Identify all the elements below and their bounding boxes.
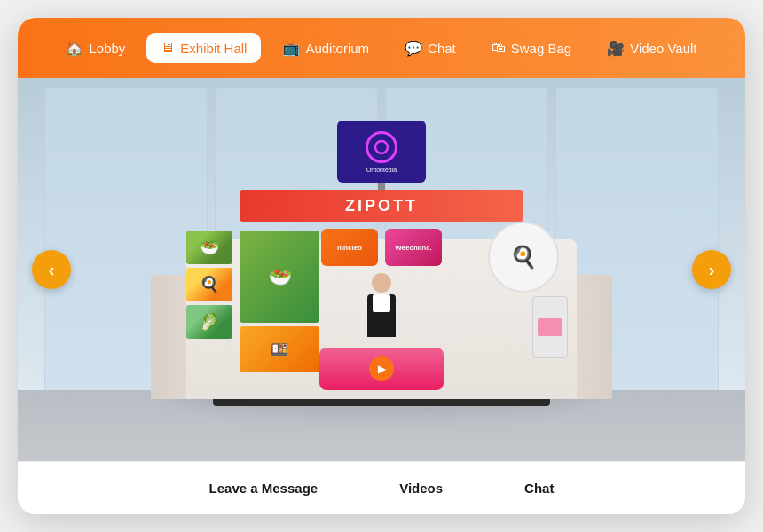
booth-right-side: 🍳 [479, 222, 568, 364]
nav-video-label: Video Vault [630, 41, 696, 56]
svg-point-0 [375, 141, 388, 153]
avatar-shirt [373, 294, 390, 312]
booth-card-2-label: WeechiInc. [395, 244, 432, 252]
kiosk-screen [538, 318, 562, 336]
chat-icon: 💬 [405, 40, 422, 57]
swag-icon: 🛍 [492, 40, 506, 56]
booth-left-photos: 🥗 🍳 🥬 [186, 231, 232, 339]
booth-left-arm [151, 275, 186, 399]
nav-auditorium-label: Auditorium [305, 41, 369, 56]
video-icon: 🎥 [607, 40, 625, 57]
prev-booth-button[interactable]: ‹ [32, 250, 71, 289]
booth-avatar [364, 273, 399, 344]
booth-container: Ontontedia ZIPOTT 🥗 🍳 🥬 [186, 121, 577, 399]
nav-lobby[interactable]: 🏠 Lobby [51, 33, 139, 64]
nav-video-vault[interactable]: 🎥 Video Vault [593, 33, 711, 64]
nav-chat[interactable]: 💬 Chat [390, 33, 470, 64]
photo-panel-1: 🥗 [186, 231, 232, 264]
booth-body: 🥗 🍳 🥬 🥗 🍱 nincleo Wee [186, 222, 577, 399]
monitor-company-name: Ontontedia [366, 167, 397, 173]
right-product-display: 🍳 [488, 222, 559, 293]
main-card: 🏠 Lobby 🖥 Exhibit Hall 📺 Auditorium 💬 Ch… [18, 18, 745, 514]
main-content: Ontontedia ZIPOTT 🥗 🍳 🥬 [18, 78, 745, 461]
booth-banner: ZIPOTT [240, 190, 523, 222]
right-arrow-icon: › [709, 260, 715, 280]
right-kiosk [532, 296, 568, 358]
next-booth-button[interactable]: › [692, 250, 731, 289]
auditorium-icon: 📺 [282, 40, 300, 57]
nav-exhibit-label: Exhibit Hall [180, 41, 247, 56]
booth-cards: nincleo WeechiInc. [321, 229, 442, 266]
home-icon: 🏠 [66, 40, 83, 57]
nav-chat-label: Chat [428, 41, 456, 56]
booth-center: nincleo WeechiInc. [293, 222, 470, 399]
booth-name: ZIPOTT [345, 197, 418, 215]
monitor-logo-circle [366, 131, 397, 163]
nav-auditorium[interactable]: 📺 Auditorium [268, 33, 383, 64]
nav-exhibit-hall[interactable]: 🖥 Exhibit Hall [146, 33, 261, 63]
left-arrow-icon: ‹ [49, 260, 55, 280]
nav-swag-bag[interactable]: 🛍 Swag Bag [477, 33, 586, 63]
booth-desk: ▶ [319, 348, 444, 390]
booth-card-1-label: nincleo [337, 244, 362, 252]
booth-monitor: Ontontedia [337, 121, 426, 183]
bottom-action-bar: Leave a Message Videos Chat [18, 461, 745, 514]
photo-panel-3: 🥬 [186, 305, 232, 339]
exhibit-icon: 🖥 [161, 40, 175, 56]
leave-message-button[interactable]: Leave a Message [195, 473, 333, 503]
booth-card-2: WeechiInc. [385, 229, 442, 266]
photo-panel-2: 🍳 [186, 268, 232, 301]
monitor-logo-svg [374, 139, 389, 155]
avatar-body [367, 294, 396, 337]
booth-right-arm [577, 275, 612, 399]
avatar-head [372, 273, 391, 293]
nav-lobby-label: Lobby [89, 41, 125, 56]
booth-card-1: nincleo [321, 229, 378, 266]
chat-button[interactable]: Chat [510, 473, 568, 503]
nav-swag-label: Swag Bag [511, 41, 571, 56]
play-button[interactable]: ▶ [369, 356, 394, 381]
top-navigation: 🏠 Lobby 🖥 Exhibit Hall 📺 Auditorium 💬 Ch… [18, 18, 745, 78]
videos-button[interactable]: Videos [385, 473, 457, 503]
